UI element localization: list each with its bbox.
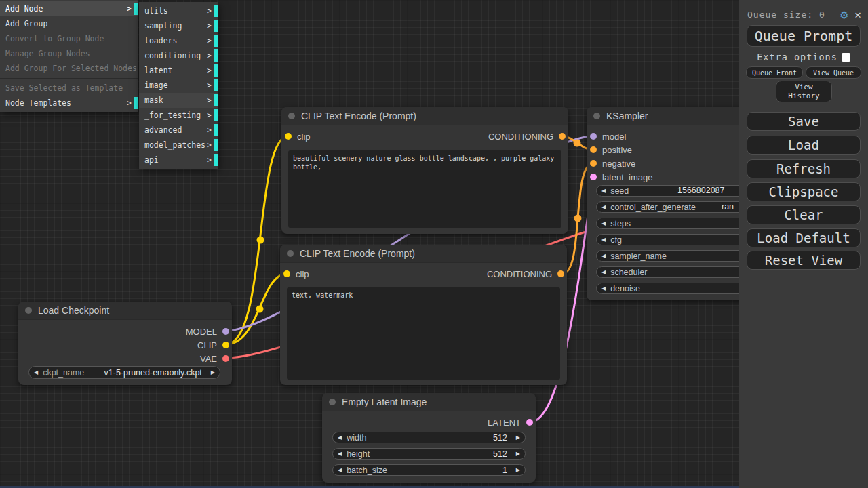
decrement-arrow-icon[interactable]: ◀ — [597, 188, 610, 194]
increment-arrow-icon[interactable]: ▶ — [511, 451, 525, 457]
next-arrow-icon[interactable]: ▶ — [206, 369, 220, 375]
collapse-dot-icon[interactable] — [288, 113, 295, 119]
collapse-dot-icon[interactable] — [287, 250, 294, 257]
conditioning-slot-dot[interactable] — [590, 146, 597, 153]
output-slot-model[interactable]: MODEL — [186, 326, 229, 337]
settings-gear-icon[interactable]: ⚙ — [840, 7, 848, 21]
clear-button[interactable]: Clear — [747, 205, 861, 224]
node-title-bar[interactable]: Empty Latent Image — [322, 393, 536, 411]
input-slot-clip[interactable]: clip — [285, 131, 311, 142]
submenu-item-utils[interactable]: utils > — [139, 3, 218, 18]
node-title-bar[interactable]: CLIP Text Encode (Prompt) — [280, 245, 567, 263]
queue-prompt-button[interactable]: Queue Prompt — [747, 25, 861, 47]
control-after-generate-widget[interactable]: ◀ control_after_generate ran — [596, 201, 764, 213]
reset-view-button[interactable]: Reset View — [747, 251, 861, 270]
submenu-item-mask[interactable]: mask > — [139, 93, 218, 108]
width-widget[interactable]: ◀ width 512 ▶ — [332, 432, 526, 443]
submenu-item-conditioning[interactable]: conditioning > — [139, 48, 218, 63]
submenu-item-for-testing[interactable]: _for_testing > — [139, 108, 218, 123]
input-slot-latent-image[interactable]: latent_image — [590, 171, 652, 182]
increment-arrow-icon[interactable]: ▶ — [511, 434, 525, 441]
clip-slot-dot[interactable] — [285, 133, 292, 140]
menu-item-node-templates[interactable]: Node Templates > — [0, 96, 138, 110]
decrement-arrow-icon[interactable]: ◀ — [597, 269, 610, 275]
clipspace-button[interactable]: Clipspace — [747, 182, 861, 201]
collapse-dot-icon[interactable] — [25, 307, 32, 314]
decrement-arrow-icon[interactable]: ◀ — [597, 220, 610, 226]
input-slot-clip[interactable]: clip — [283, 268, 309, 279]
negative-prompt-textarea[interactable]: text, watermark — [287, 287, 560, 380]
submenu-accent-bar — [214, 49, 218, 62]
conditioning-slot-dot[interactable] — [590, 160, 597, 167]
input-slot-model[interactable]: model — [590, 131, 626, 142]
load-default-button[interactable]: Load Default — [747, 228, 861, 247]
load-button[interactable]: Load — [747, 136, 861, 155]
decrement-arrow-icon[interactable]: ◀ — [597, 237, 610, 243]
view-history-line2: History — [788, 92, 819, 100]
decrement-arrow-icon[interactable]: ◀ — [333, 467, 347, 473]
decrement-arrow-icon[interactable]: ◀ — [597, 285, 610, 291]
cfg-widget[interactable]: ◀ cfg — [596, 234, 764, 245]
menu-item-add-node[interactable]: Add Node > — [0, 1, 138, 16]
submenu-item-sampling[interactable]: sampling > — [139, 18, 218, 33]
refresh-button[interactable]: Refresh — [747, 159, 861, 178]
widget-label: height — [347, 449, 370, 459]
close-icon[interactable]: ✕ — [854, 8, 861, 21]
menu-item-label: _for_testing — [144, 110, 201, 120]
slot-label: CONDITIONING — [488, 131, 553, 142]
latent-slot-dot[interactable] — [590, 174, 597, 180]
view-queue-button[interactable]: View Queue — [806, 66, 861, 79]
scheduler-widget[interactable]: ◀ scheduler — [596, 266, 764, 278]
decrement-arrow-icon[interactable]: ◀ — [597, 204, 610, 210]
model-slot-dot[interactable] — [590, 133, 597, 140]
steps-widget[interactable]: ◀ steps — [596, 218, 764, 229]
submenu-item-loaders[interactable]: loaders > — [139, 33, 218, 48]
widget-value: v1-5-pruned-emaonly.ckpt — [104, 368, 202, 378]
submenu-item-latent[interactable]: latent > — [139, 63, 218, 78]
decrement-arrow-icon[interactable]: ◀ — [333, 451, 347, 457]
height-widget[interactable]: ◀ height 512 ▶ — [332, 448, 526, 460]
submenu-arrow-icon: > — [127, 1, 132, 16]
collapse-dot-icon[interactable] — [329, 399, 336, 405]
slot-label: VAE — [200, 354, 217, 364]
decrement-arrow-icon[interactable]: ◀ — [597, 253, 610, 259]
latent-slot-dot[interactable] — [526, 419, 533, 426]
output-slot-clip[interactable]: CLIP — [197, 340, 229, 350]
clip-slot-dot[interactable] — [283, 270, 290, 277]
batch-size-widget[interactable]: ◀ batch_size 1 ▶ — [332, 464, 526, 476]
output-slot-conditioning[interactable]: CONDITIONING — [488, 131, 566, 142]
decrement-arrow-icon[interactable]: ◀ — [333, 434, 347, 441]
increment-arrow-icon[interactable]: ▶ — [511, 467, 525, 473]
submenu-item-model-patches[interactable]: model_patches > — [139, 138, 218, 152]
save-button[interactable]: Save — [747, 112, 861, 131]
output-slot-vae[interactable]: VAE — [200, 353, 229, 364]
slot-label: clip — [297, 131, 311, 142]
input-slot-positive[interactable]: positive — [590, 144, 632, 155]
model-slot-dot[interactable] — [222, 328, 229, 335]
menu-item-add-group[interactable]: Add Group — [0, 16, 138, 31]
slot-label: MODEL — [186, 327, 217, 337]
submenu-item-image[interactable]: image > — [139, 78, 218, 93]
view-history-button[interactable]: View History — [776, 81, 832, 102]
vae-slot-dot[interactable] — [222, 355, 229, 362]
seed-widget[interactable]: ◀ seed 1566802087 — [596, 185, 764, 197]
conditioning-slot-dot[interactable] — [559, 133, 566, 140]
graph-canvas[interactable]: CLIP Text Encode (Prompt) clip CONDITION… — [0, 0, 868, 488]
extra-options-checkbox[interactable] — [842, 53, 850, 62]
ckpt-name-widget[interactable]: ◀ ckpt_name v1-5-pruned-emaonly.ckpt ▶ — [28, 366, 220, 379]
node-title-bar[interactable]: Load Checkpoint — [18, 302, 232, 320]
submenu-item-advanced[interactable]: advanced > — [139, 123, 218, 138]
positive-prompt-textarea[interactable]: beautiful scenery nature glass bottle la… — [288, 150, 561, 228]
input-slot-negative[interactable]: negative — [590, 158, 635, 169]
output-slot-conditioning[interactable]: CONDITIONING — [487, 268, 564, 279]
output-slot-latent[interactable]: LATENT — [488, 417, 533, 428]
previous-arrow-icon[interactable]: ◀ — [29, 369, 43, 375]
collapse-dot-icon[interactable] — [593, 113, 600, 119]
sampler-name-widget[interactable]: ◀ sampler_name — [596, 250, 764, 262]
queue-front-button[interactable]: Queue Front — [746, 66, 803, 79]
node-title-bar[interactable]: CLIP Text Encode (Prompt) — [281, 107, 568, 125]
conditioning-slot-dot[interactable] — [557, 270, 564, 277]
denoise-widget[interactable]: ◀ denoise — [596, 283, 764, 294]
clip-slot-dot[interactable] — [222, 342, 229, 348]
submenu-item-api[interactable]: api > — [139, 152, 218, 167]
